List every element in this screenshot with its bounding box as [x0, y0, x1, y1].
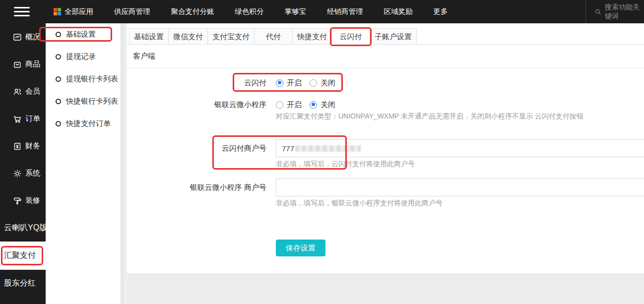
topnav-aggregate-pay-split[interactable]: 聚合支付分账	[171, 7, 214, 16]
search-box[interactable]: 搜索功能关键词	[585, 0, 644, 23]
topnav-supplier[interactable]: 供应商管理	[114, 7, 150, 16]
members-icon	[13, 87, 22, 96]
tab-basic-settings[interactable]: 基础设置	[129, 28, 169, 45]
submenu: 基础设置 提现记录 提现银行卡列表 快捷银行卡列表 快捷支付订单	[46, 23, 121, 304]
sidebar-item-shareholder-dividend[interactable]: 股东分红	[0, 270, 46, 297]
submenu-item-basic-settings[interactable]: 基础设置	[46, 23, 121, 46]
finance-icon	[13, 142, 22, 151]
radio-unselected-icon	[310, 79, 317, 87]
submenu-item-withdraw-records[interactable]: 提现记录	[46, 46, 121, 68]
overview-icon	[13, 33, 22, 42]
sidebar-item-yunlaba[interactable]: 云喇叭YQ版	[0, 214, 46, 242]
content-card: 基础设置 微信支付 支付宝支付 代付 快捷支付 云闪付 子账户设置 客户端 云闪…	[127, 23, 644, 273]
miniprogram-switch-label: 银联云微小程序	[127, 100, 266, 121]
bullet-icon	[56, 32, 61, 37]
merchant-no-help-text: 非必填，填写后，云闪付支付将使用此商户号	[276, 160, 644, 169]
form-row-miniprogram-switch: 银联云微小程序 开启 关闭 对应汇聚支付类型：UNIONPAY_WXMP 未开通…	[127, 100, 644, 121]
radio-selected-icon	[276, 79, 283, 87]
tab-subaccount-settings[interactable]: 子账户设置	[370, 28, 417, 45]
sidebar-item-goods[interactable]: 商品	[0, 51, 46, 78]
system-gear-icon	[13, 169, 22, 178]
mp-merchant-no-label: 银联云微小程序 商户号	[127, 179, 266, 208]
tab-alipay[interactable]: 支付宝支付	[207, 28, 255, 45]
topnav-label: 全部应用	[64, 7, 93, 16]
merchant-no-value: 777	[282, 144, 294, 153]
miniprogram-off-radio[interactable]: 关闭	[310, 100, 335, 110]
quickpass-on-radio[interactable]: 开启	[276, 78, 302, 88]
tab-quick-pay[interactable]: 快捷支付	[292, 28, 332, 45]
mp-merchant-no-input[interactable]	[276, 179, 644, 196]
section-title: 客户端	[127, 45, 644, 68]
topnav-dealer[interactable]: 经销商管理	[327, 7, 363, 16]
bullet-icon	[56, 76, 61, 82]
sidebar-item-system[interactable]: 系统	[0, 160, 46, 187]
submenu-item-quick-bankcards[interactable]: 快捷银行卡列表	[46, 90, 121, 113]
tab-bar: 基础设置 微信支付 支付宝支付 代付 快捷支付 云闪付 子账户设置	[127, 23, 644, 45]
search-icon	[595, 8, 601, 16]
redacted-value-blur	[295, 145, 361, 152]
search-placeholder: 搜索功能关键词	[605, 3, 644, 21]
bullet-icon	[56, 99, 61, 104]
bullet-icon	[56, 54, 61, 60]
paint-roller-icon	[13, 196, 22, 205]
merchant-no-input[interactable]: 777	[276, 139, 644, 157]
sidebar-item-members[interactable]: 会员	[0, 78, 46, 105]
settings-form: 云闪付 开启 关闭 银联云微小程序 开启	[127, 68, 644, 256]
submenu-item-withdraw-bankcards[interactable]: 提现银行卡列表	[46, 68, 121, 90]
quickpass-off-radio[interactable]: 关闭	[310, 78, 335, 88]
form-row-quickpass-switch: 云闪付 开启 关闭	[127, 78, 644, 88]
merchant-no-label: 云闪付商户号	[127, 139, 266, 169]
orders-cart-icon	[13, 115, 22, 123]
sidebar: 概况 商品 会员 订单	[0, 23, 46, 304]
sidebar-item-orders[interactable]: 订单	[0, 105, 46, 132]
tab-wechat-pay[interactable]: 微信支付	[168, 28, 208, 45]
topnav-zhanggoubao[interactable]: 掌够宝	[285, 7, 307, 16]
panel-divider	[121, 23, 127, 304]
topnav-more[interactable]: 更多	[434, 7, 448, 16]
apps-grid-icon	[54, 8, 61, 15]
radio-unselected-icon	[276, 101, 283, 109]
sidebar-item-decorate[interactable]: 装修	[0, 187, 46, 214]
sidebar-item-overview[interactable]: 概况	[0, 23, 46, 51]
form-row-merchant-no: 云闪付商户号 777 非必填，填写后，云闪付支付将使用此商户号	[127, 139, 644, 169]
miniprogram-on-radio[interactable]: 开启	[276, 100, 302, 110]
save-settings-button[interactable]: 保存设置	[276, 240, 325, 256]
topnav-all-apps[interactable]: 全部应用	[54, 7, 93, 16]
mp-merchant-no-help-text: 非必填，填写后，银联云微小程序支付将使用此商户号	[276, 199, 644, 208]
sidebar-item-huiju-pay[interactable]: 汇聚支付	[0, 242, 46, 270]
radio-selected-icon	[310, 101, 317, 109]
topbar: 全部应用 供应商管理 聚合支付分账 绿色积分 掌够宝 经销商管理 区域奖励 更多…	[0, 0, 644, 23]
tab-daifu[interactable]: 代付	[254, 28, 293, 45]
topnav-green-points[interactable]: 绿色积分	[235, 7, 264, 16]
submenu-item-quickpay-orders[interactable]: 快捷支付订单	[46, 113, 121, 135]
bullet-icon	[56, 121, 61, 126]
form-row-mp-merchant-no: 银联云微小程序 商户号 非必填，填写后，银联云微小程序支付将使用此商户号	[127, 179, 644, 208]
tab-quickpass[interactable]: 云闪付	[331, 28, 370, 45]
sidebar-item-finance[interactable]: 财务	[0, 132, 46, 160]
goods-bag-icon	[13, 60, 22, 69]
quickpass-switch-label: 云闪付	[127, 78, 266, 88]
hamburger-menu-icon[interactable]	[14, 4, 30, 19]
miniprogram-help-text: 对应汇聚支付类型：UNIONPAY_WXMP 未开通产品无需开启，关闭则小程序不…	[276, 112, 583, 121]
top-navigation: 全部应用 供应商管理 聚合支付分账 绿色积分 掌够宝 经销商管理 区域奖励 更多	[54, 7, 448, 16]
topnav-region-reward[interactable]: 区域奖励	[384, 7, 413, 16]
